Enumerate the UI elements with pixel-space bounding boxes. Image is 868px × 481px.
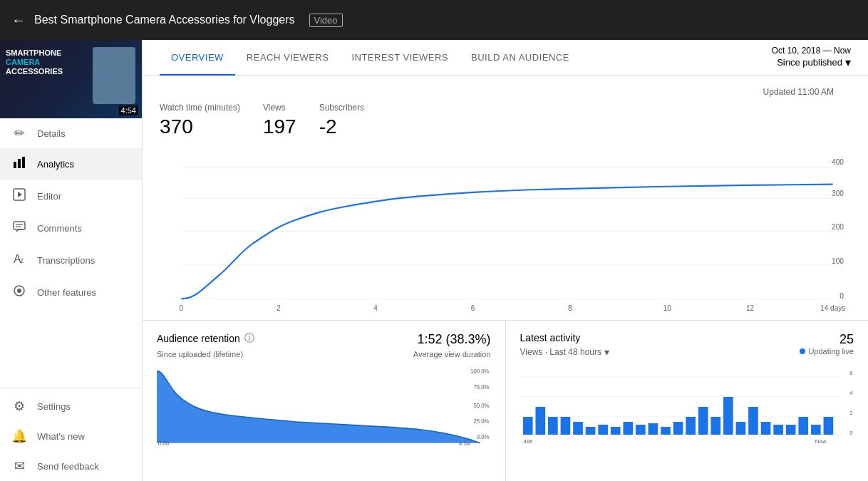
layout: SMARTPHONE CAMERA ACCESSORIES 4:54 ✏ Det…	[0, 40, 868, 481]
svg-text:4:54: 4:54	[459, 440, 470, 445]
tab-interest[interactable]: INTEREST VIEWERS	[340, 41, 460, 76]
svg-text:0: 0	[849, 430, 853, 436]
svg-rect-67	[798, 417, 808, 435]
svg-text:12: 12	[746, 303, 754, 311]
info-icon[interactable]: ⓘ	[244, 332, 254, 345]
main-chart-container: 400 300 200 100 0 0 2 4 6 8 10	[143, 150, 868, 320]
svg-rect-64	[760, 422, 770, 435]
views-filter[interactable]: Views · Last 48 hours ▾	[520, 346, 610, 358]
svg-text:50.0%: 50.0%	[473, 402, 490, 410]
back-button[interactable]: ←	[11, 12, 26, 29]
sidebar: SMARTPHONE CAMERA ACCESSORIES 4:54 ✏ Det…	[0, 40, 143, 481]
svg-rect-48	[560, 417, 570, 435]
date-selector[interactable]: Oct 10, 2018 — Now Since published ▾	[772, 40, 851, 75]
retention-subtitle-left: Since uploaded (lifetime)	[157, 350, 243, 358]
activity-title: Latest activity	[520, 332, 610, 343]
svg-rect-68	[810, 425, 820, 435]
other-icon	[11, 284, 27, 301]
retention-metric: 1:52 (38.3%)	[417, 332, 490, 347]
svg-rect-50	[585, 427, 595, 435]
sidebar-item-label: Editor	[37, 191, 61, 202]
sidebar-item-comments[interactable]: Comments	[0, 212, 142, 244]
svg-rect-54	[636, 425, 646, 435]
date-period[interactable]: Since published ▾	[777, 56, 851, 69]
stat-views-value: 197	[263, 115, 296, 138]
svg-text:100.0%: 100.0%	[470, 367, 490, 375]
svg-text:z: z	[20, 257, 24, 264]
whats-new-icon: 🔔	[11, 428, 27, 444]
svg-text:200: 200	[832, 222, 844, 231]
live-indicator: Updating live	[800, 347, 854, 356]
tab-overview[interactable]: OVERVIEW	[160, 41, 235, 76]
tab-audience[interactable]: BUILD AN AUDIENCE	[460, 41, 581, 76]
svg-text:6: 6	[471, 303, 475, 311]
svg-text:Now: Now	[815, 438, 826, 445]
sidebar-bottom: ⚙ Settings 🔔 What's new ✉ Send feedback	[0, 388, 142, 481]
pencil-icon: ✏	[11, 125, 27, 141]
activity-header: Latest activity Views · Last 48 hours ▾ …	[520, 332, 854, 358]
retention-chart: 100.0% 75.0% 50.0% 25.0% 0.0% 0:00 4:54	[157, 367, 491, 445]
sidebar-item-editor[interactable]: Editor	[0, 180, 142, 212]
sidebar-item-label: Comments	[37, 223, 82, 234]
sidebar-item-transcriptions[interactable]: A z Transcriptions	[0, 244, 142, 276]
svg-rect-63	[748, 407, 758, 435]
updated-label: Updated 11:00 AM	[763, 87, 851, 97]
settings-icon: ⚙	[11, 398, 27, 414]
svg-rect-49	[573, 422, 583, 435]
svg-text:-48h: -48h	[521, 438, 532, 445]
svg-text:2: 2	[849, 410, 852, 416]
svg-rect-66	[785, 425, 795, 435]
main-chart: 400 300 200 100 0 0 2 4 6 8 10	[160, 155, 851, 312]
svg-text:0: 0	[839, 291, 844, 300]
svg-text:2: 2	[277, 303, 281, 311]
stats-section: Updated 11:00 AM Watch time (minutes) 37…	[143, 76, 868, 150]
sidebar-item-label: Details	[37, 128, 66, 139]
sidebar-item-whats-new[interactable]: 🔔 What's new	[0, 421, 142, 451]
svg-text:8: 8	[568, 303, 572, 311]
svg-rect-47	[548, 417, 558, 435]
feedback-icon: ✉	[11, 458, 27, 474]
bottom-panels: Audience retention ⓘ 1:52 (38.3%) Since …	[143, 320, 868, 481]
svg-text:4: 4	[373, 303, 378, 311]
svg-point-11	[17, 289, 21, 293]
svg-rect-51	[598, 425, 608, 435]
stat-watch-time-label: Watch time (minutes)	[160, 103, 240, 113]
date-range: Oct 10, 2018 — Now	[772, 46, 851, 56]
sidebar-item-analytics[interactable]: Analytics	[0, 148, 142, 180]
live-dot	[800, 348, 805, 354]
sidebar-item-settings[interactable]: ⚙ Settings	[0, 391, 142, 421]
activity-header-right: 25 Updating live	[800, 332, 854, 356]
svg-text:0: 0	[180, 303, 184, 311]
sidebar-item-other[interactable]: Other features	[0, 276, 142, 309]
sidebar-item-label: Analytics	[37, 159, 74, 170]
sidebar-item-details[interactable]: ✏ Details	[0, 118, 142, 148]
retention-subtitles: Since uploaded (lifetime) Average view d…	[157, 350, 491, 361]
activity-chart: 6 4 2 0	[520, 366, 854, 445]
svg-text:14 days: 14 days	[820, 303, 845, 311]
retention-header: Audience retention ⓘ 1:52 (38.3%)	[157, 332, 491, 347]
svg-rect-45	[522, 417, 532, 435]
svg-rect-62	[735, 422, 745, 435]
svg-rect-0	[14, 162, 16, 168]
svg-rect-60	[711, 417, 720, 435]
svg-text:400: 400	[832, 157, 844, 166]
svg-text:10: 10	[663, 303, 671, 311]
audience-retention-panel: Audience retention ⓘ 1:52 (38.3%) Since …	[143, 320, 505, 481]
retention-title: Audience retention ⓘ	[157, 332, 254, 345]
svg-rect-69	[823, 417, 833, 435]
svg-text:300: 300	[832, 189, 844, 197]
svg-rect-46	[535, 407, 545, 435]
svg-text:6: 6	[849, 370, 853, 376]
sidebar-item-send-feedback[interactable]: ✉ Send feedback	[0, 451, 142, 481]
stat-subscribers-value: -2	[319, 115, 364, 138]
stat-subscribers-label: Subscribers	[319, 103, 364, 113]
thumbnail-person	[93, 47, 135, 104]
sidebar-item-label: Send feedback	[37, 461, 99, 472]
svg-rect-59	[698, 407, 708, 435]
barchart-icon	[11, 155, 27, 173]
svg-rect-65	[773, 425, 783, 435]
sidebar-item-label: Settings	[37, 401, 71, 412]
tab-reach[interactable]: REACH VIEWERS	[235, 41, 341, 76]
sidebar-item-label: What's new	[37, 431, 85, 442]
svg-text:25.0%: 25.0%	[473, 418, 490, 425]
